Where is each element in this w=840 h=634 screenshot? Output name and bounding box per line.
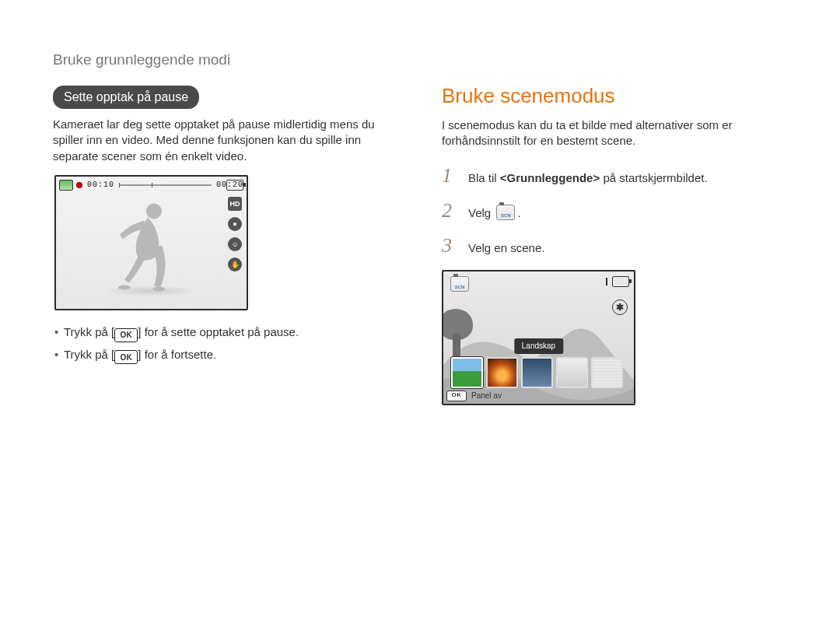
svg-point-2 — [152, 286, 165, 291]
elapsed-time: 00:10 — [87, 180, 114, 191]
ok-icon: OK — [114, 328, 138, 342]
intro-paragraph-left: Kameraet lar deg sette opptaket på pause… — [53, 117, 398, 164]
battery-icon — [612, 276, 629, 287]
single-shot-icon — [606, 278, 607, 285]
panel-off-label: Panel av — [471, 391, 502, 401]
ok-icon: OK — [114, 350, 138, 364]
scene-thumb-landscape[interactable] — [451, 357, 483, 388]
bullet-resume: Trykk på [OK] for å fortsette. — [53, 347, 398, 365]
fig1-topbar: 00:10 00:20 — [59, 180, 243, 191]
step-1: 1 Bla til <Grunnleggende> på startskjerm… — [442, 162, 787, 189]
left-column: Bruke grunnleggende modi Sette opptak på… — [53, 50, 398, 405]
bullet-pause: Trykk på [OK] for å sette opptaket på pa… — [53, 324, 398, 342]
skater-illustration — [109, 197, 194, 298]
eis-icon: ✋ — [228, 257, 242, 271]
mic-icon: ● — [228, 217, 242, 231]
fig-recording-screen: 00:10 00:20 HD ● ☺ ✋ — [54, 175, 248, 310]
steps-list: 1 Bla til <Grunnleggende> på startskjerm… — [442, 162, 787, 259]
heading-scene-mode: Bruke scenemodus — [442, 82, 787, 110]
step-number-2: 2 — [442, 197, 457, 224]
breadcrumb: Bruke grunnleggende modi — [53, 50, 398, 70]
progress-track — [119, 184, 212, 186]
scene-thumb-dawn[interactable] — [521, 357, 553, 388]
section-pill: Sette opptak på pause — [53, 86, 199, 110]
manual-page: Bruke grunnleggende modi Sette opptak på… — [0, 0, 840, 634]
ok-icon: OK — [446, 391, 467, 401]
fig1-right-icons: HD ● ☺ ✋ — [228, 197, 242, 271]
scene-thumbnail-row — [451, 357, 623, 388]
step-number-1: 1 — [442, 162, 457, 189]
scene-thumb-sunset[interactable] — [486, 357, 518, 388]
fig-scene-select: SCN ✱ Landskap — [442, 270, 635, 405]
bullet-list: Trykk på [OK] for å sette opptaket på pa… — [53, 324, 398, 365]
record-indicator-icon — [76, 182, 82, 188]
camera-mode-icon — [59, 180, 73, 191]
scene-tooltip: Landskap — [514, 338, 563, 354]
fig2-bottom-bar: OK Panel av — [446, 390, 631, 402]
scene-thumb-text[interactable] — [591, 357, 623, 388]
face-icon: ☺ — [228, 237, 242, 251]
step-3: 3 Velg en scene. — [442, 232, 787, 259]
step-number-3: 3 — [442, 232, 457, 259]
scene-mode-icon: SCN — [450, 276, 469, 292]
svg-point-0 — [146, 203, 162, 219]
scene-mode-icon: SCN — [496, 205, 515, 220]
intro-paragraph-right: I scenemodus kan du ta et bilde med alte… — [442, 117, 787, 149]
svg-point-1 — [118, 285, 131, 289]
step-2: 2 Velg SCN. — [442, 197, 787, 224]
scene-thumb-portrait[interactable] — [556, 357, 588, 388]
right-column: Bruke scenemodus I scenemodus kan du ta … — [442, 50, 787, 405]
hd-icon: HD — [228, 197, 242, 211]
battery-icon — [226, 180, 243, 191]
